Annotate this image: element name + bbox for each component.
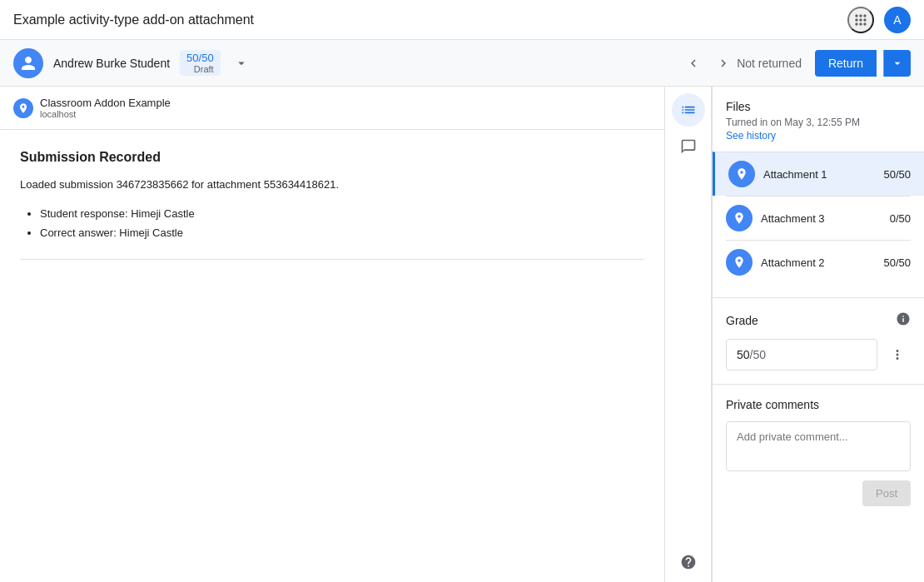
breadcrumb-icon [13, 98, 33, 118]
student-score-badge: 50/50 Draft [180, 50, 221, 76]
attachment-icon [726, 205, 753, 231]
grade-more-button[interactable] [884, 341, 911, 368]
grade-input-row: 50 /50 [726, 339, 911, 371]
turned-in-text: Turned in on May 3, 12:55 PM [726, 117, 911, 128]
right-panel: Files Turned in on May 3, 12:55 PM See h… [712, 87, 924, 582]
comments-title: Private comments [726, 398, 911, 411]
grade-title: Grade [726, 314, 758, 327]
submission-description: Loaded submission 346723835662 for attac… [20, 178, 644, 191]
attachment-item[interactable]: Attachment 1 50/50 [713, 152, 924, 196]
files-section: Files Turned in on May 3, 12:55 PM See h… [713, 87, 924, 298]
list-item: Correct answer: Himeji Castle [40, 226, 644, 239]
student-name: Andrew Burke Student [53, 57, 170, 70]
breadcrumb-texts: Classroom Addon Example localhost [40, 97, 171, 119]
attachment-icon [728, 161, 755, 187]
not-returned-label: Not returned [737, 57, 802, 70]
return-button[interactable]: Return [815, 50, 877, 77]
submission-title: Submission Recorded [20, 150, 644, 165]
top-bar: Example activity-type add-on attachment … [0, 0, 924, 40]
attachment-item[interactable]: Attachment 3 0/50 [726, 196, 911, 240]
grade-section: Grade 50 /50 [713, 298, 924, 385]
apps-icon-button[interactable] [847, 7, 874, 33]
private-comment-input[interactable] [726, 421, 911, 471]
post-button[interactable]: Post [862, 480, 911, 506]
attachment-name: Attachment 2 [761, 256, 877, 269]
sidebar-icons [665, 87, 712, 582]
comments-actions: Post [726, 480, 911, 506]
attachment-name: Attachment 3 [761, 212, 883, 225]
student-score: 50/50 [186, 52, 214, 64]
attachment-icon [726, 249, 753, 276]
comments-section: Private comments Post [713, 385, 924, 520]
grade-header: Grade [726, 311, 911, 329]
main-layout: Classroom Addon Example localhost Submis… [0, 87, 924, 582]
comment-icon-button[interactable] [672, 130, 705, 163]
student-avatar [13, 48, 43, 78]
prev-student-button[interactable] [680, 50, 707, 77]
attachment-score: 50/50 [883, 256, 911, 269]
see-history-link[interactable]: See history [726, 130, 911, 142]
breadcrumb-subtitle: localhost [40, 109, 171, 119]
breadcrumb-title: Classroom Addon Example [40, 97, 171, 109]
attachment-name: Attachment 1 [763, 168, 877, 181]
content-divider [20, 259, 644, 260]
attachment-item[interactable]: Attachment 2 50/50 [726, 240, 911, 284]
grade-value: 50 [737, 348, 750, 361]
files-section-title: Files [726, 100, 911, 113]
grade-total: /50 [750, 348, 766, 361]
page-title: Example activity-type add-on attachment [13, 12, 254, 27]
nav-arrows [680, 50, 737, 77]
status-actions: Not returned Return [737, 50, 911, 77]
student-info: Andrew Burke Student 50/50 Draft [13, 48, 667, 78]
attachment-score: 0/50 [890, 212, 911, 225]
student-dropdown-button[interactable] [231, 52, 252, 74]
return-dropdown-button[interactable] [883, 50, 911, 77]
list-item: Student response: Himeji Castle [40, 207, 644, 220]
grade-input-box[interactable]: 50 /50 [726, 339, 877, 371]
left-panel: Classroom Addon Example localhost Submis… [0, 87, 665, 582]
help-icon-button[interactable] [675, 549, 702, 575]
attachment-score: 50/50 [883, 168, 911, 181]
submission-list: Student response: Himeji Castle Correct … [20, 207, 644, 239]
content-area: Submission Recorded Loaded submission 34… [0, 130, 664, 280]
list-view-icon-button[interactable] [672, 93, 705, 127]
student-bar: Andrew Burke Student 50/50 Draft Not ret… [0, 40, 924, 87]
breadcrumb: Classroom Addon Example localhost [0, 87, 664, 130]
next-student-button[interactable] [710, 50, 737, 77]
student-draft-status: Draft [194, 64, 214, 74]
grade-info-icon[interactable] [896, 311, 911, 329]
user-avatar[interactable]: A [884, 7, 911, 33]
top-bar-icons: A [847, 7, 911, 33]
